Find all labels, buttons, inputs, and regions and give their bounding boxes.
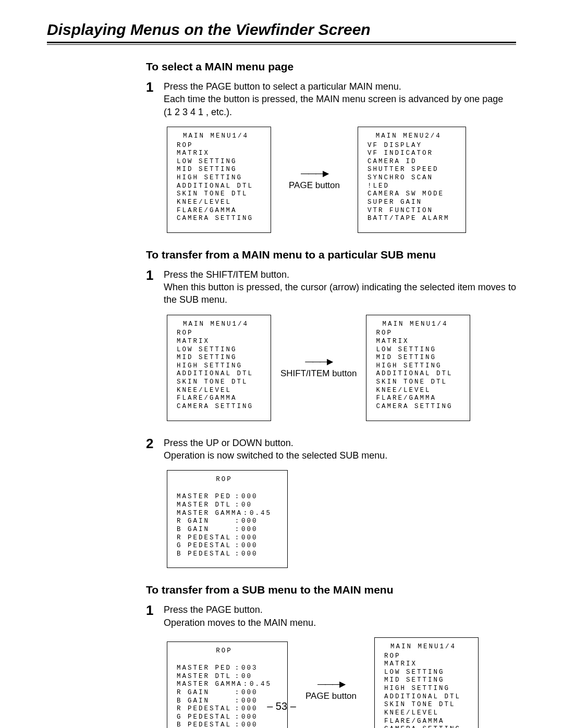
section2-sub-row: ROP MASTER PED:000 MASTER DTL:00 MASTER … (167, 470, 516, 568)
sub-row: MASTER DTL:00 (177, 501, 272, 510)
menu-item: ADDITIONAL DTL (376, 370, 454, 378)
menu-item: CAMERA SETTING (177, 215, 255, 223)
sub-row: MASTER PED:003 (177, 664, 272, 673)
menu-item: LOW SETTING (376, 346, 454, 354)
menu-title: ROP (177, 647, 272, 656)
sub-row: R GAIN:000 (177, 517, 272, 526)
section3-step1: 1 Press the PAGE button. Operation moves… (146, 603, 516, 629)
menu-item: SKIN TONE DTL (177, 378, 255, 387)
section3-menu-row: ROP MASTER PED:003 MASTER DTL:00 MASTER … (167, 637, 516, 728)
menu-item: FLARE/GAMMA (376, 394, 454, 403)
menu-item: FLARE/GAMMA (177, 394, 255, 403)
menu-box-main1c: MAIN MENU1/4 ROP MATRIX LOW SETTING MID … (374, 637, 479, 728)
step-body: Press the PAGE button. Operation moves t… (164, 603, 516, 629)
menu-item: MATRIX (177, 150, 255, 158)
sub-row: B PEDESTAL:000 (177, 550, 272, 559)
menu-title: MAIN MENU1/4 (177, 132, 255, 141)
arrow-label: SHIFT/ITEM button (280, 368, 357, 379)
menu-item: SUPER GAIN (368, 199, 450, 207)
menu-box-rop: ROP MASTER PED:000 MASTER DTL:00 MASTER … (167, 470, 288, 568)
sub-row: R PEDESTAL:000 (177, 534, 272, 542)
section3-heading: To transfer from a SUB menu to the MAIN … (146, 584, 516, 596)
menu-item: VF DISPLAY (368, 142, 450, 150)
menu-item: FLARE/GAMMA (177, 207, 255, 215)
menu-item: VTR FUNCTION (368, 207, 450, 215)
menu-item: SHUTTER SPEED (368, 166, 450, 174)
section1-menu-row: MAIN MENU1/4 ROP MATRIX LOW SETTING MID … (167, 127, 516, 233)
step-body: Press the SHIFT/ITEM button. When this b… (164, 268, 516, 306)
section1-step1: 1 Press the PAGE button to select a part… (146, 80, 516, 118)
sub-row: G PEDESTAL:000 (177, 542, 272, 550)
step-text: Press the SHIFT/ITEM button. (164, 268, 516, 281)
menu-item: KNEE/LEVEL (177, 199, 255, 207)
menu-item: MATRIX (177, 338, 255, 346)
menu-item: VF INDICATOR (368, 150, 450, 158)
menu-box-main2: MAIN MENU2/4 VF DISPLAY VF INDICATOR CAM… (358, 127, 466, 233)
menu-item: BATT/TAPE ALARM (368, 215, 450, 223)
menu-item: ADDITIONAL DTL (384, 693, 462, 701)
arrow-right-icon: ———▶ (301, 168, 328, 178)
menu-item: !LED (368, 182, 450, 191)
step-text: Each time the button is pressed, the MAI… (164, 93, 516, 105)
menu-item: CAMERA SETTING (376, 403, 454, 411)
title-rule-thick (47, 42, 516, 43)
menu-item: MATRIX (376, 338, 454, 346)
menu-item: LOW SETTING (384, 669, 462, 677)
step-text: (1 2 3 4 1 , etc.). (164, 106, 516, 118)
menu-item: HIGH SETTING (177, 362, 255, 371)
step-text: Press the PAGE button to select a partic… (164, 80, 516, 93)
menu-item: CAMERA SETTING (177, 403, 255, 411)
menu-item: ROP (177, 329, 255, 338)
sub-row: B PEDESTAL:000 (177, 721, 272, 728)
step-text: Press the UP or DOWN button. (164, 437, 516, 449)
menu-item: MID SETTING (376, 354, 454, 362)
menu-item: LOW SETTING (177, 346, 255, 354)
menu-item: CAMERA SETTING (384, 725, 462, 728)
sub-row: MASTER DTL:00 (177, 673, 272, 681)
menu-box-main1b: MAIN MENU1/4 ROP MATRIX LOW SETTING MID … (366, 315, 470, 421)
menu-item: ADDITIONAL DTL (177, 182, 255, 191)
menu-item: KNEE/LEVEL (376, 387, 454, 395)
menu-box-main1: MAIN MENU1/4 ROP MATRIX LOW SETTING MID … (167, 315, 271, 421)
menu-item: ROP (384, 652, 462, 661)
arrow-right-icon: ———▶ (317, 679, 345, 689)
step-number: 2 (146, 437, 156, 450)
menu-item: FLARE/GAMMA (384, 718, 462, 726)
step-body: Press the UP or DOWN button. Operation i… (164, 437, 516, 462)
menu-item: MID SETTING (177, 354, 255, 362)
menu-title: MAIN MENU1/4 (177, 320, 255, 329)
step-number: 1 (146, 80, 156, 94)
sub-row: G PEDESTAL:000 (177, 713, 272, 722)
menu-item: HIGH SETTING (384, 685, 462, 693)
arrow-label: PAGE button (289, 180, 340, 191)
menu-item: MATRIX (384, 660, 462, 669)
menu-title: ROP (177, 476, 272, 484)
page-title: Displaying Menus on the Viewfinder Scree… (47, 21, 516, 39)
step-text: Operation moves to the MAIN menu. (164, 616, 516, 629)
menu-item: KNEE/LEVEL (177, 387, 255, 395)
title-rule-thin (47, 44, 516, 45)
step-text: Operation is now switched to the selecte… (164, 449, 516, 462)
content: To select a MAIN menu page 1 Press the P… (146, 60, 516, 728)
section1-heading: To select a MAIN menu page (146, 60, 516, 73)
menu-item: CAMERA ID (368, 158, 450, 166)
step-body: Press the PAGE button to select a partic… (164, 80, 516, 118)
menu-item: MID SETTING (177, 166, 255, 174)
section2-menu-row: MAIN MENU1/4 ROP MATRIX LOW SETTING MID … (167, 315, 516, 421)
sub-row: B GAIN:000 (177, 526, 272, 534)
arrow-col: ———▶ PAGE button (297, 679, 365, 701)
arrow-col: ———▶ PAGE button (280, 168, 348, 191)
menu-item: SKIN TONE DTL (177, 190, 255, 199)
sub-row: MASTER GAMMA:0.45 (177, 510, 272, 518)
step-number: 1 (146, 268, 156, 282)
menu-item: LOW SETTING (177, 158, 255, 166)
menu-box-rop2: ROP MASTER PED:003 MASTER DTL:00 MASTER … (167, 641, 288, 728)
arrow-col: ———▶ SHIFT/ITEM button (280, 356, 357, 379)
menu-title: MAIN MENU2/4 (368, 132, 450, 141)
menu-item: ROP (376, 329, 454, 338)
step-number: 1 (146, 603, 156, 617)
sub-row: R GAIN:000 (177, 689, 272, 697)
menu-item: SYNCHRO SCAN (368, 174, 450, 182)
step-text: Press the PAGE button. (164, 603, 516, 616)
menu-item: MID SETTING (384, 676, 462, 685)
